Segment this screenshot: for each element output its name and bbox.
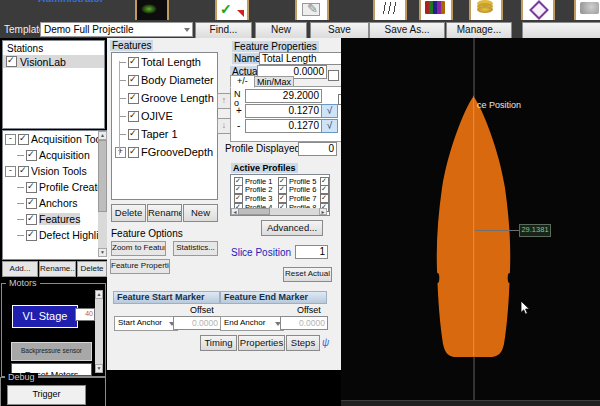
expand-icon[interactable] (115, 147, 126, 158)
checkbox-icon[interactable] (278, 185, 287, 194)
features-title: Features (110, 40, 153, 51)
checkbox-icon[interactable] (320, 194, 329, 203)
template-bar: Template: Demo Full Projectile Find... N… (0, 20, 600, 38)
collapse-icon[interactable] (5, 134, 16, 145)
feature-item-groove-length[interactable]: Groove Length (112, 89, 217, 107)
find-button[interactable]: Find... (195, 22, 252, 39)
checkbox-icon[interactable] (26, 150, 37, 161)
start-anchor-combo[interactable]: Start Anchor (114, 316, 178, 331)
delete-station-button[interactable]: Delete (77, 261, 107, 277)
slice-position-field[interactable]: 1 (295, 245, 328, 259)
books-icon[interactable] (419, 0, 453, 20)
feature-item-fgroovedepth-1[interactable]: FGrooveDepth 1 (112, 143, 217, 161)
timing-button[interactable]: Timing (200, 335, 237, 351)
start-offset-field[interactable]: 0.0000 (173, 316, 221, 330)
checkbox-icon[interactable] (18, 166, 29, 177)
edit-report-icon[interactable] (295, 0, 329, 20)
reset-actual-button[interactable]: Reset Actual (283, 267, 332, 282)
minus-check-button[interactable]: √ (321, 119, 338, 133)
scroll-down-icon[interactable]: ▼ (98, 248, 107, 257)
checkbox-icon[interactable] (6, 56, 17, 67)
move-up-icon[interactable] (217, 93, 231, 109)
scroll-thumb[interactable] (238, 208, 270, 215)
checkbox-icon[interactable] (128, 129, 139, 140)
actual-checkbox[interactable] (328, 70, 339, 81)
checkbox-icon[interactable] (278, 194, 287, 203)
tree-item-vision-tools[interactable]: Vision Tools (3, 163, 107, 179)
gray-tool-icon[interactable] (574, 0, 600, 20)
feature-properties-button[interactable]: Feature Properties... (110, 259, 170, 274)
scroll-thumb[interactable] (98, 140, 107, 212)
tab-plusminus[interactable]: +/- (230, 75, 255, 88)
backpressure-button[interactable]: Backpressure sensor enable (11, 342, 92, 361)
tree-item-profile-create[interactable]: Profile Create (3, 179, 107, 195)
rename-station-button[interactable]: Rename... (39, 261, 76, 277)
coins-icon[interactable] (469, 0, 503, 20)
shield-book-icon[interactable] (521, 0, 555, 20)
add-button[interactable]: Add... (2, 261, 38, 277)
checkbox-icon[interactable] (26, 182, 37, 193)
feature-item-ojive[interactable]: OJIVE (112, 107, 217, 125)
checkbox-icon[interactable] (18, 134, 29, 145)
feature-item-taper-1[interactable]: Taper 1 (112, 125, 217, 143)
scroll-right-icon[interactable]: ► (319, 208, 327, 215)
station-item-visionlab[interactable]: VisionLab (3, 55, 104, 68)
save-button[interactable]: Save (310, 22, 369, 39)
checkbox-icon[interactable] (128, 147, 139, 158)
rename-feature-button[interactable]: Rename (147, 204, 182, 222)
camera-view-icon[interactable] (135, 0, 169, 20)
statistics-button[interactable]: Statistics... (173, 241, 218, 256)
feature-item-total-length[interactable]: Total Length (112, 53, 217, 71)
end-offset-field[interactable]: 0.0000 (280, 316, 328, 330)
tree-item-defect-highlighter[interactable]: Defect Highlighter (3, 227, 107, 243)
feature-label: Groove Length (141, 92, 214, 104)
scroll-up-icon[interactable]: ▲ (98, 131, 107, 140)
save-as-button[interactable]: Save As... (369, 22, 445, 39)
collapse-icon[interactable] (5, 166, 16, 177)
steps-button[interactable]: Steps (286, 335, 320, 351)
tree-scrollbar[interactable]: ▲ ▼ (98, 131, 107, 257)
checkbox-icon[interactable] (234, 194, 243, 203)
checkbox-icon[interactable] (26, 198, 37, 209)
cutoff-button[interactable] (522, 22, 600, 39)
checkbox-icon[interactable] (320, 185, 329, 194)
new-template-button[interactable]: New (255, 22, 307, 39)
checkbox-icon[interactable] (26, 214, 37, 225)
check-export-icon[interactable] (215, 0, 249, 20)
checkbox-icon[interactable] (234, 185, 243, 194)
scroll-down-icon[interactable]: ▼ (95, 364, 103, 373)
zoom-to-feature-button[interactable]: Zoom to Feature (111, 241, 166, 256)
vl-stage-button[interactable]: VL Stage (12, 305, 78, 328)
trigger-button[interactable]: Trigger (7, 385, 86, 405)
nom-field[interactable]: 29.2000 (245, 89, 322, 103)
delete-feature-button[interactable]: Delete (111, 204, 146, 222)
tree-item-acquisition[interactable]: Acquisition (3, 147, 107, 163)
new-feature-button[interactable]: New (183, 204, 218, 222)
checkbox-icon[interactable] (26, 230, 37, 241)
pins-icon[interactable] (373, 0, 407, 20)
plus-check-button[interactable]: √ (321, 104, 338, 118)
feature-item-body-diameter[interactable]: Body Diameter (112, 71, 217, 89)
tree-item-features[interactable]: Features (3, 211, 107, 227)
template-combo[interactable]: Demo Full Projectile (40, 22, 193, 37)
move-down-icon[interactable] (217, 118, 231, 134)
checkbox-icon[interactable] (128, 75, 139, 86)
stage-value-field[interactable]: 40 (75, 308, 95, 321)
checkbox-icon[interactable] (128, 111, 139, 122)
plus-tolerance-field[interactable]: 0.1270 (245, 104, 322, 118)
active-profiles-title: Active Profiles (231, 163, 298, 173)
tree-item-acquisition-tools[interactable]: Acquisition Tools (3, 131, 107, 147)
motors-scrollbar[interactable]: ▲ ▼ (95, 290, 103, 373)
profile-displayed-field[interactable]: 0 (298, 142, 337, 156)
tree-item-anchors[interactable]: Anchors (3, 195, 107, 211)
profiles-scrollbar[interactable]: ◄ ► (231, 208, 327, 215)
end-anchor-combo[interactable]: End Anchor (220, 316, 284, 331)
scroll-up-icon[interactable]: ▲ (95, 290, 103, 299)
checkbox-icon[interactable] (128, 57, 139, 68)
name-field[interactable]: Total Length (259, 52, 344, 65)
advanced-button[interactable]: Advanced... (261, 220, 323, 236)
minus-tolerance-field[interactable]: 0.1270 (245, 119, 322, 133)
checkbox-icon[interactable] (128, 93, 139, 104)
properties-button[interactable]: Properties (238, 335, 285, 351)
manage-button[interactable]: Manage... (446, 22, 512, 39)
